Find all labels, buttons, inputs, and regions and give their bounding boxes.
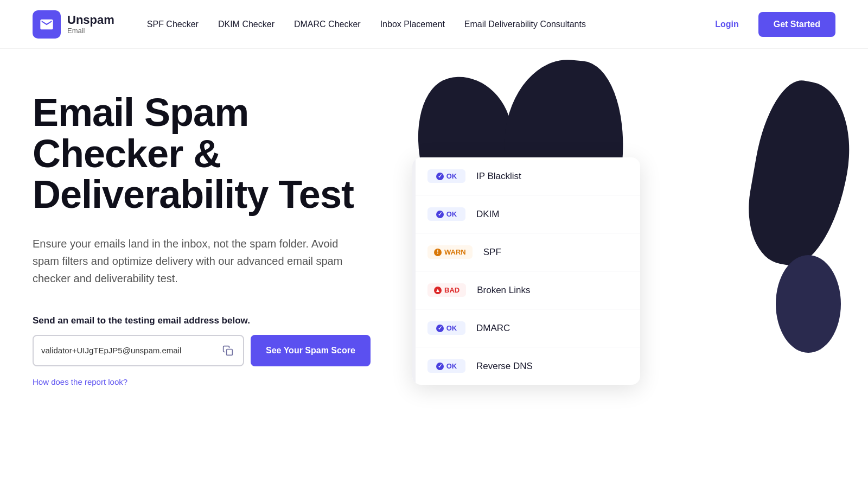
copy-icon[interactable] bbox=[220, 343, 235, 358]
get-started-button[interactable]: Get Started bbox=[758, 12, 835, 37]
decorative-blob-right-small bbox=[776, 255, 841, 353]
main-nav: SPF Checker DKIM Checker DMARC Checker I… bbox=[147, 20, 706, 29]
logo-link[interactable]: Unspam Email bbox=[33, 10, 114, 39]
login-button[interactable]: Login bbox=[706, 15, 748, 34]
check-name: DMARC bbox=[476, 323, 510, 334]
hero-subtitle: Ensure your emails land in the inbox, no… bbox=[33, 235, 347, 287]
nav-spf-checker[interactable]: SPF Checker bbox=[147, 20, 199, 29]
svg-rect-0 bbox=[227, 349, 233, 355]
brand-name: Unspam bbox=[67, 14, 114, 27]
nav-email-deliverability[interactable]: Email Deliverability Consultants bbox=[464, 20, 586, 29]
email-input-row: See Your Spam Score bbox=[33, 335, 380, 366]
badge-icon: ✓ bbox=[436, 173, 444, 180]
main-content: Email Spam Checker & Deliverability Test… bbox=[0, 49, 868, 488]
logo-text: Unspam Email bbox=[67, 14, 114, 35]
nav-dkim-checker[interactable]: DKIM Checker bbox=[218, 20, 275, 29]
email-input-wrapper[interactable] bbox=[33, 335, 244, 366]
status-badge: ! WARN bbox=[427, 245, 473, 259]
header-actions: Login Get Started bbox=[706, 12, 835, 37]
check-item: ✓ OK IP Blacklist bbox=[412, 157, 640, 195]
decorative-blob-right bbox=[739, 75, 861, 272]
nav-dmarc-checker[interactable]: DMARC Checker bbox=[294, 20, 361, 29]
status-badge: ▲ BAD bbox=[427, 283, 466, 297]
status-badge: ✓ OK bbox=[427, 359, 465, 373]
badge-icon: ✓ bbox=[436, 211, 444, 218]
check-panel: ✓ OK IP Blacklist ✓ OK DKIM ! WARN SPF ▲… bbox=[412, 157, 640, 385]
badge-icon: ✓ bbox=[436, 325, 444, 332]
check-name: IP Blacklist bbox=[476, 171, 521, 182]
check-item: ✓ OK DMARC bbox=[412, 309, 640, 347]
nav-inbox-placement[interactable]: Inbox Placement bbox=[380, 20, 445, 29]
status-badge: ✓ OK bbox=[427, 321, 465, 335]
brand-sub: Email bbox=[67, 27, 114, 35]
email-input[interactable] bbox=[41, 346, 220, 355]
check-item: ▲ BAD Broken Links bbox=[412, 271, 640, 309]
status-badge: ✓ OK bbox=[427, 207, 465, 221]
check-item: ! WARN SPF bbox=[412, 233, 640, 271]
send-label: Send an email to the testing email addre… bbox=[33, 315, 380, 326]
hero-title: Email Spam Checker & Deliverability Test bbox=[33, 92, 380, 215]
badge-icon: ▲ bbox=[434, 287, 442, 294]
check-name: DKIM bbox=[476, 209, 500, 220]
status-badge: ✓ OK bbox=[427, 169, 465, 183]
hero-left: Email Spam Checker & Deliverability Test… bbox=[33, 92, 401, 456]
badge-icon: ✓ bbox=[436, 363, 444, 370]
check-item: ✓ OK Reverse DNS bbox=[412, 347, 640, 385]
check-item: ✓ OK DKIM bbox=[412, 195, 640, 233]
report-link[interactable]: How does the report look? bbox=[33, 377, 127, 386]
check-name: SPF bbox=[483, 247, 501, 258]
hero-right: ✓ OK IP Blacklist ✓ OK DKIM ! WARN SPF ▲… bbox=[401, 92, 835, 456]
badge-icon: ! bbox=[434, 249, 442, 256]
logo-icon bbox=[33, 10, 61, 39]
site-header: Unspam Email SPF Checker DKIM Checker DM… bbox=[0, 0, 868, 49]
check-name: Reverse DNS bbox=[476, 361, 533, 372]
check-name: Broken Links bbox=[477, 285, 530, 296]
spam-score-button[interactable]: See Your Spam Score bbox=[251, 335, 371, 366]
